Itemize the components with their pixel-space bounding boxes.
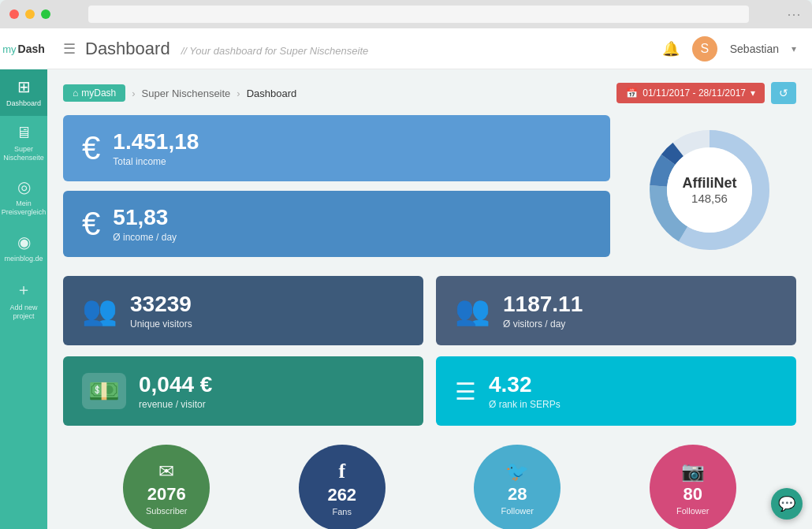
- logo-dash: Dash: [18, 43, 45, 55]
- total-income-value: 1.451,18: [113, 129, 199, 155]
- rank-info: 4.32 Ø rank in SERPs: [489, 372, 561, 410]
- refresh-icon: ↺: [779, 87, 788, 99]
- twitter-value: 28: [508, 484, 527, 505]
- sidebar-item-preisvergleich[interactable]: ◎ MeinPreisvergleich: [0, 170, 47, 225]
- euro-icon-1: €: [82, 129, 100, 167]
- logo-my: my: [2, 43, 16, 55]
- sidebar-logo[interactable]: my Dash: [0, 28, 47, 69]
- browser-dot-red[interactable]: [9, 9, 19, 19]
- visitors-day-icon: 👥: [455, 294, 490, 327]
- home-icon: ⌂: [73, 88, 78, 99]
- date-picker-caret-icon: ▾: [751, 88, 755, 99]
- calendar-icon: 📅: [626, 88, 638, 99]
- visitors-day-card: 👥 1187.11 Ø visitors / day: [436, 276, 796, 345]
- total-income-card: € 1.451,18 Total income: [63, 115, 610, 181]
- income-day-label: Ø income / day: [113, 232, 177, 243]
- visitors-day-info: 1187.11 Ø visitors / day: [503, 292, 583, 330]
- twitter-circle: 🐦 28 Follower: [474, 445, 561, 529]
- email-icon: ✉: [158, 460, 174, 482]
- social-row: ✉ 2076 Subscriber f 262 Fans 🐦 28 Follow…: [63, 437, 796, 529]
- instagram-icon: 📷: [681, 460, 705, 482]
- revenue-value: 0,044 €: [139, 372, 212, 397]
- browser-chrome: ⋯: [0, 0, 812, 28]
- refresh-button[interactable]: ↺: [771, 82, 796, 104]
- facebook-circle: f 262 Fans: [299, 445, 386, 529]
- donut-chart: AffiliNet 148,56: [643, 123, 777, 257]
- sidebar-item-label-add: Add newproject: [9, 304, 37, 321]
- breadcrumb-current: Dashboard: [247, 88, 297, 99]
- avatar: S: [692, 36, 717, 61]
- sidebar-item-dashboard[interactable]: ⊞ Dashboard: [0, 69, 47, 116]
- sidebar-item-meinblog[interactable]: ◉ meinblog.de: [0, 225, 47, 271]
- browser-address-bar[interactable]: [88, 6, 749, 23]
- chat-button[interactable]: 💬: [771, 488, 803, 520]
- visitors-value: 33239: [130, 292, 192, 317]
- revenue-icon: 💵: [82, 373, 126, 409]
- facebook-value: 262: [327, 485, 356, 505]
- rank-icon: ☰: [455, 378, 476, 405]
- hamburger-icon[interactable]: ☰: [63, 40, 76, 58]
- facebook-label: Fans: [333, 507, 352, 516]
- content-area: ⌂ myDash › Super Nischenseite › Dashboar…: [47, 69, 812, 529]
- euro-icon-2: €: [82, 205, 100, 243]
- navbar-right: 🔔 S Sebastian ▾: [662, 36, 796, 61]
- add-icon: ＋: [16, 279, 32, 300]
- donut-center-title: AffiliNet: [683, 175, 737, 192]
- sidebar-item-label-super: SuperNischenseite: [3, 145, 44, 162]
- blog-icon: ◉: [17, 233, 31, 251]
- facebook-icon: f: [338, 460, 345, 483]
- breadcrumb-right: 📅 01/11/2017 - 28/11/2017 ▾ ↺: [616, 82, 796, 104]
- twitter-icon: 🐦: [505, 460, 529, 482]
- unique-visitors-card: 👥 33239 Unique visitors: [63, 276, 423, 345]
- user-name[interactable]: Sebastian: [730, 43, 779, 55]
- donut-center-value: 148,56: [683, 192, 737, 205]
- browser-more-icon[interactable]: ⋯: [787, 6, 803, 23]
- total-income-info: 1.451,18 Total income: [113, 129, 199, 167]
- donut-chart-area: AffiliNet 148,56: [623, 115, 796, 265]
- sidebar-item-super-nischenseite[interactable]: 🖥 SuperNischenseite: [0, 116, 47, 170]
- rank-label: Ø rank in SERPs: [489, 399, 561, 410]
- income-day-value: 51,83: [113, 205, 177, 230]
- sidebar-item-label-dashboard: Dashboard: [6, 99, 41, 108]
- browser-dot-yellow[interactable]: [25, 9, 35, 19]
- user-menu-caret-icon[interactable]: ▾: [792, 43, 796, 54]
- sidebar-item-label-blog: meinblog.de: [4, 255, 43, 263]
- dashboard-icon: ⊞: [17, 77, 31, 96]
- income-cards: € 1.451,18 Total income € 51,83 Ø income…: [63, 115, 610, 265]
- stats-row-middle: 👥 33239 Unique visitors 👥 1187.11 Ø visi…: [63, 276, 796, 345]
- visitors-icon: 👥: [82, 294, 117, 327]
- monitor-icon: 🖥: [16, 124, 32, 142]
- donut-center: AffiliNet 148,56: [683, 175, 737, 205]
- sidebar-item-label-preis: MeinPreisvergleich: [2, 199, 47, 217]
- visitors-info: 33239 Unique visitors: [130, 292, 192, 330]
- subscriber-label: Subscriber: [146, 506, 188, 516]
- revenue-label: revenue / visitor: [139, 399, 212, 410]
- visitors-label: Unique visitors: [130, 319, 192, 330]
- breadcrumb-home-label: myDash: [81, 88, 116, 99]
- breadcrumb-sep-2: ›: [237, 88, 240, 99]
- stats-row-bottom: 💵 0,044 € revenue / visitor ☰ 4.32 Ø ran…: [63, 356, 796, 426]
- main-content: ☰ Dashboard // Your dashboard for Super …: [47, 28, 812, 529]
- breadcrumb-super[interactable]: Super Nischenseite: [142, 88, 231, 99]
- app-container: my Dash ⊞ Dashboard 🖥 SuperNischenseite …: [0, 28, 812, 529]
- instagram-value: 80: [683, 484, 702, 505]
- pie-icon: ◎: [17, 177, 31, 196]
- page-title: Dashboard // Your dashboard for Super Ni…: [85, 39, 368, 59]
- browser-dot-green[interactable]: [41, 9, 50, 19]
- date-range-picker[interactable]: 📅 01/11/2017 - 28/11/2017 ▾: [616, 83, 765, 103]
- rank-card: ☰ 4.32 Ø rank in SERPs: [436, 356, 796, 426]
- sidebar: my Dash ⊞ Dashboard 🖥 SuperNischenseite …: [0, 28, 47, 529]
- twitter-label: Follower: [501, 506, 534, 516]
- bell-icon[interactable]: 🔔: [662, 40, 680, 58]
- breadcrumb-home[interactable]: ⌂ myDash: [63, 84, 125, 102]
- sidebar-item-add-new[interactable]: ＋ Add newproject: [0, 271, 47, 329]
- top-section: € 1.451,18 Total income € 51,83 Ø income…: [63, 115, 796, 265]
- subscriber-circle: ✉ 2076 Subscriber: [123, 445, 210, 529]
- page-subtitle: // Your dashboard for Super Nischenseite: [181, 45, 369, 57]
- revenue-info: 0,044 € revenue / visitor: [139, 372, 212, 410]
- visitors-day-label: Ø visitors / day: [503, 319, 583, 330]
- navbar: ☰ Dashboard // Your dashboard for Super …: [47, 28, 812, 69]
- total-income-label: Total income: [113, 156, 199, 167]
- subscriber-value: 2076: [147, 484, 186, 505]
- chat-icon: 💬: [778, 495, 795, 512]
